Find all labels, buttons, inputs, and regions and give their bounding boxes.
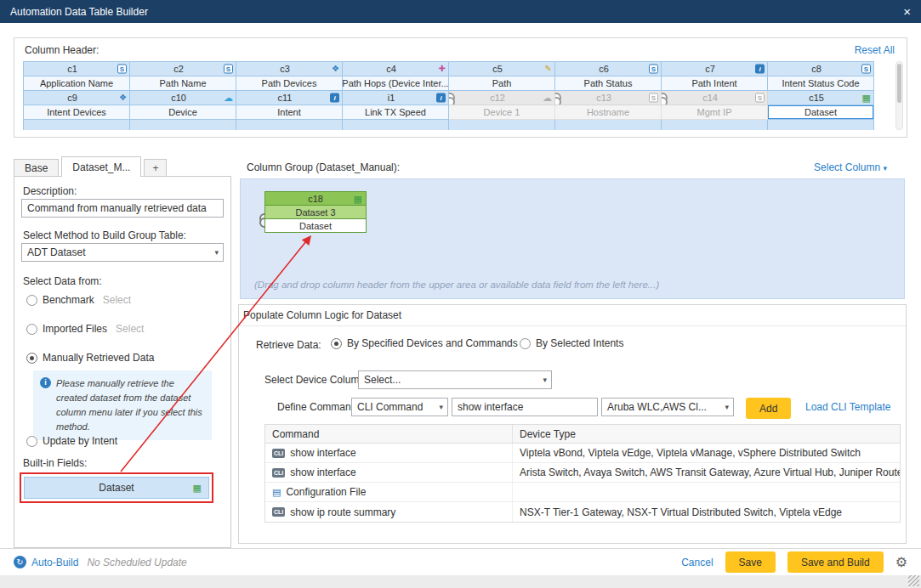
built-in-field-label: Dataset [99,482,134,494]
column-id-cell[interactable]: c5✎ [449,62,555,76]
description-input[interactable] [21,199,224,218]
column-name-cell[interactable]: Path Status [555,76,662,91]
column-group-drop-zone[interactable]: c18 ▦ Dataset 3 Dataset (Drag and drop c… [240,178,905,299]
command-text: Configuration File [286,486,366,498]
reset-all-link[interactable]: Reset All [855,44,895,56]
radio-by-selected-intents[interactable]: By Selected Intents [520,337,623,349]
note-text: Please manually retrieve the created dat… [56,376,205,434]
column-name-cell[interactable]: Intent Devices [24,105,130,120]
tab-label: Base [25,162,48,174]
column-name-cell[interactable]: Intent Status Code [768,76,874,91]
column-id-cell[interactable]: c6S [555,62,662,76]
tab-dataset-manual[interactable]: Dataset_M... [61,156,141,177]
column-name-cell[interactable]: Mgmt IP [662,105,768,120]
column-id-cell[interactable] [24,120,130,130]
device-type-select[interactable]: Aruba WLC,AWS Cl... ▾ [601,398,734,416]
method-label: Select Method to Build Group Table: [23,229,186,241]
device-column-select[interactable]: Select... ▾ [358,370,552,389]
column-id-cell[interactable] [555,120,662,130]
column-header-scrollbar[interactable] [895,61,903,130]
column-name-cell[interactable]: Device 1 [449,105,555,120]
column-name-cell[interactable]: Path Devices [236,76,343,91]
radio-by-specified-devices-and-commands[interactable]: By Specified Devices and Commands [331,337,518,349]
intent-badge-icon: i [330,93,339,103]
column-name-cell[interactable]: Path [449,76,555,91]
cancel-link[interactable]: Cancel [681,557,713,568]
command-table-row[interactable]: CLIshow interfaceArista Switch, Avaya Sw… [265,463,900,483]
column-id-cell[interactable]: c13S [555,91,662,105]
dataset-column-field-cell[interactable]: Dataset [264,218,367,233]
scrollbar-thumb[interactable] [897,64,901,103]
gear-icon[interactable]: ⚙ [895,556,907,569]
command-table-row[interactable]: CLIshow interfaceViptela vBond, Viptela … [265,444,900,463]
column-id-cell[interactable]: c11i [236,91,343,105]
column-name-cell[interactable]: Application Name [24,76,130,91]
select-column-link[interactable]: Select Column ▾ [814,161,887,173]
close-icon[interactable]: × [903,5,911,18]
radio-icon [331,338,342,349]
column-id-cell[interactable]: c12☁ [449,91,555,105]
column-id-cell[interactable]: c2S [130,62,236,76]
add-button[interactable]: Add [746,398,791,419]
dataset-column-name-cell[interactable]: Dataset 3 [264,205,367,219]
column-id-cell[interactable] [662,120,768,130]
method-select[interactable]: ADT Dataset ▾ [21,243,224,262]
built-in-field-dataset[interactable]: Dataset ▦ [24,477,209,499]
radio-benchmark[interactable]: Benchmark Select [26,294,131,306]
column-name-cell[interactable]: Intent [236,105,343,120]
column-id-cell[interactable]: c14S [662,91,768,105]
auto-build-link[interactable]: Auto-Build [31,557,78,568]
column-name-cell[interactable]: Path Hops (Device Inter... [343,76,449,91]
select-device-column-label: Select Device Column: [264,374,367,386]
radio-imported-files[interactable]: Imported Files Select [26,323,144,335]
imported-files-select-link[interactable]: Select [116,323,144,335]
auto-build-icon[interactable]: ↻ [14,556,26,568]
column-id-cell[interactable]: c1S [24,62,130,76]
command-input[interactable] [452,398,598,416]
column-id-cell[interactable]: c7i [662,62,768,76]
column-name-cell[interactable]: Link TX Speed [343,105,449,120]
command-table-row[interactable]: CLIshow ip route summaryNSX-T Tier-1 Gat… [265,502,900,522]
dataset-column-block[interactable]: c18 ▦ Dataset 3 Dataset [264,191,367,233]
tab-base[interactable]: Base [14,159,59,177]
column-id-cell[interactable] [343,120,449,130]
save-button[interactable]: Save [725,551,776,573]
add-tab-button[interactable]: + [144,159,167,177]
column-field: Dataset [299,221,332,231]
column-id-cell[interactable] [449,120,555,130]
option-label: By Specified Devices and Commands [347,337,518,349]
column-id-cell[interactable]: c9❖ [24,91,130,105]
radio-icon [26,436,37,447]
radio-manually-retrieved-data[interactable]: Manually Retrieved Data [26,352,154,364]
column-id-cell[interactable] [236,120,343,130]
column-name-cell[interactable]: Device [130,105,236,120]
column-name-cell[interactable]: Path Intent [662,76,768,91]
column-id-cell[interactable]: i1i [343,91,449,105]
resize-grip[interactable] [908,575,919,586]
command-table-header: Command Device Type [265,425,900,444]
S-badge-icon: S [649,65,658,74]
S-badge-icon: S [117,65,127,74]
option-label: Imported Files [43,323,107,335]
column-group-area: Column Group (Dataset_Manual): Select Co… [238,158,907,548]
radio-update-by-intent[interactable]: Update by Intent [26,435,117,447]
column-id-cell[interactable]: c10☁ [130,91,236,105]
column-name-cell[interactable]: Dataset [768,105,874,120]
column-name-cell[interactable]: Hostname [555,105,662,120]
column-id-cell[interactable]: c8S [768,62,874,76]
load-cli-template-link[interactable]: Load CLI Template [805,401,891,413]
column-id-cell[interactable] [768,120,874,130]
intent-badge-icon: i [755,65,765,74]
column-id-cell[interactable]: c4✚ [343,62,449,76]
column-id-cell[interactable] [130,120,236,130]
command-table-row[interactable]: ▤Configuration File [265,483,900,502]
dataset-column-id-cell[interactable]: c18 ▦ [264,191,367,206]
chain-link-icon [555,93,559,104]
column-id-cell[interactable]: c3❖ [236,62,343,76]
option-label: Manually Retrieved Data [43,352,154,364]
command-type-select[interactable]: CLI Command ▾ [351,398,448,416]
save-and-build-button[interactable]: Save and Build [787,551,884,573]
column-id-cell[interactable]: c15▦ [768,91,874,105]
benchmark-select-link[interactable]: Select [103,294,131,306]
column-name-cell[interactable]: Path Name [130,76,236,91]
